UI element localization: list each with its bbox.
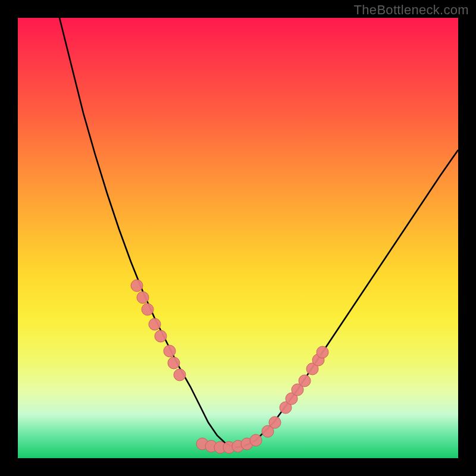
- data-dot: [149, 318, 161, 330]
- data-dots-bottom: [196, 434, 262, 453]
- data-dot: [137, 292, 149, 303]
- data-dot: [155, 330, 167, 342]
- data-dot: [131, 280, 143, 292]
- data-dot: [142, 303, 154, 315]
- data-dot: [317, 346, 328, 358]
- outer-frame: TheBottleneck.com: [0, 0, 476, 476]
- chart-overlay: [18, 18, 458, 458]
- plot-area: [18, 18, 458, 458]
- data-dot: [168, 357, 180, 369]
- data-dots-left: [131, 280, 186, 381]
- data-dot: [164, 345, 176, 357]
- data-dot: [174, 369, 186, 381]
- watermark-text: TheBottleneck.com: [354, 2, 469, 18]
- data-dot: [269, 416, 281, 428]
- data-dot: [250, 434, 262, 446]
- data-dot: [299, 375, 311, 387]
- data-dots-right: [262, 346, 328, 437]
- bottleneck-curve: [60, 18, 458, 447]
